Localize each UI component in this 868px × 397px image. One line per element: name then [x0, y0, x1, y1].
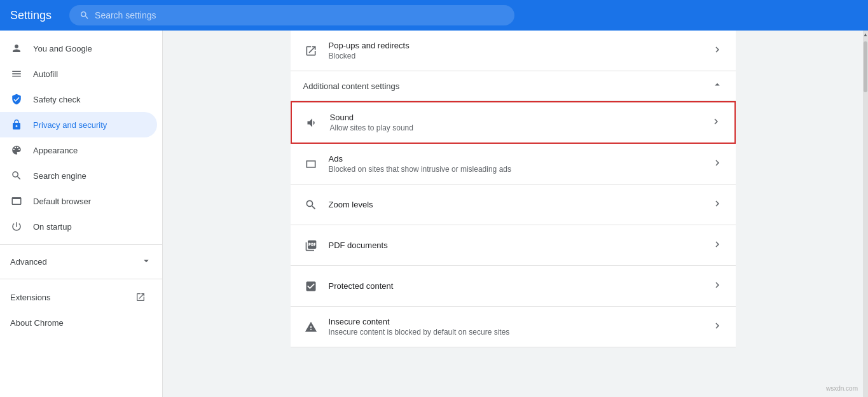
scrollbar-thumb[interactable]: [864, 41, 867, 92]
popups-chevron: [712, 44, 723, 58]
sidebar-item-appearance[interactable]: Appearance: [0, 137, 157, 163]
lock-icon: [10, 118, 23, 131]
warning-icon: [303, 319, 319, 335]
sound-title: Sound: [330, 113, 700, 122]
sidebar-item-autofill[interactable]: Autofill: [0, 61, 157, 87]
sidebar-label-appearance: Appearance: [33, 146, 78, 155]
sidebar-advanced[interactable]: Advanced: [0, 250, 162, 274]
ads-chevron: [712, 157, 723, 171]
protected-chevron: [712, 279, 723, 293]
insecure-text: Insecure content Insecure content is blo…: [329, 317, 701, 337]
protected-title: Protected content: [329, 281, 701, 291]
zoom-title: Zoom levels: [329, 200, 701, 209]
sidebar-divider-1: [0, 244, 162, 245]
shield-icon: [10, 93, 23, 106]
sidebar-divider-2: [0, 279, 162, 279]
pdf-chevron: [712, 239, 723, 253]
additional-content-settings-header[interactable]: Additional content settings: [291, 71, 736, 101]
row-zoom-levels[interactable]: Zoom levels: [291, 185, 736, 225]
zoom-icon: [303, 197, 319, 212]
chevron-down-icon: [141, 255, 152, 268]
sidebar-item-privacy-and-security[interactable]: Privacy and security: [0, 112, 157, 137]
sidebar: You and Google Autofill Safety check: [0, 31, 163, 397]
pdf-icon: [303, 238, 319, 253]
sidebar-item-safety-check[interactable]: Safety check: [0, 87, 157, 112]
sidebar-label-search-engine: Search engine: [33, 171, 86, 181]
power-icon: [10, 220, 23, 233]
watermark: wsxdn.com: [826, 385, 858, 392]
search-icon: [79, 10, 90, 20]
sidebar-label-advanced: Advanced: [10, 257, 47, 267]
sidebar-label-privacy: Privacy and security: [33, 120, 107, 130]
app-header: Settings: [0, 0, 868, 31]
pdf-text: PDF documents: [329, 240, 701, 250]
sidebar-item-default-browser[interactable]: Default browser: [0, 188, 157, 214]
zoom-chevron: [712, 198, 723, 212]
ads-icon: [303, 157, 319, 172]
row-sound[interactable]: Sound Allow sites to play sound: [291, 101, 736, 144]
row-popups-and-redirects[interactable]: Pop-ups and redirects Blocked: [291, 31, 736, 71]
ads-title: Ads: [329, 154, 701, 164]
checkbox-icon: [303, 279, 319, 294]
main-content: Pop-ups and redirects Blocked Additional…: [163, 31, 863, 397]
sidebar-item-on-startup[interactable]: On startup: [0, 214, 157, 239]
pdf-title: PDF documents: [329, 240, 701, 250]
protected-text: Protected content: [329, 281, 701, 291]
search-engine-icon: [10, 169, 23, 182]
external-link-row-icon: [303, 43, 319, 59]
sidebar-label-on-startup: On startup: [33, 222, 72, 232]
sidebar-label-default-browser: Default browser: [33, 197, 91, 206]
sidebar-item-extensions[interactable]: Extensions: [0, 284, 157, 310]
ads-text: Ads Blocked on sites that show intrusive…: [329, 154, 701, 174]
row-protected-content[interactable]: Protected content: [291, 266, 736, 307]
sidebar-label-about-chrome: About Chrome: [10, 318, 64, 328]
collapse-icon: [712, 79, 723, 93]
autofill-icon: [10, 67, 23, 80]
person-icon: [10, 42, 23, 55]
palette-icon: [10, 144, 23, 157]
insecure-chevron: [712, 320, 723, 334]
sidebar-item-search-engine[interactable]: Search engine: [0, 163, 157, 188]
row-insecure-content[interactable]: Insecure content Insecure content is blo…: [291, 307, 736, 347]
main-inner: Pop-ups and redirects Blocked Additional…: [291, 31, 736, 347]
insecure-subtitle: Insecure content is blocked by default o…: [329, 328, 701, 337]
sound-chevron: [710, 116, 722, 130]
sidebar-label-you-and-google: You and Google: [33, 44, 92, 53]
insecure-title: Insecure content: [329, 317, 701, 326]
popups-text: Pop-ups and redirects Blocked: [329, 41, 701, 60]
sidebar-label-extensions: Extensions: [10, 293, 51, 302]
volume-icon: [305, 115, 320, 130]
row-ads[interactable]: Ads Blocked on sites that show intrusive…: [291, 144, 736, 185]
sidebar-label-safety-check: Safety check: [33, 95, 80, 104]
search-bar[interactable]: [69, 5, 514, 25]
main-layout: You and Google Autofill Safety check: [0, 31, 868, 397]
additional-content-settings-label: Additional content settings: [303, 81, 712, 91]
search-input[interactable]: [95, 10, 504, 20]
external-link-icon: [134, 291, 147, 303]
scrollbar[interactable]: ▲: [863, 31, 868, 397]
row-pdf-documents[interactable]: PDF documents: [291, 225, 736, 266]
sidebar-item-you-and-google[interactable]: You and Google: [0, 36, 157, 61]
popups-subtitle: Blocked: [329, 52, 701, 60]
sidebar-label-autofill: Autofill: [33, 69, 58, 79]
sidebar-item-about-chrome[interactable]: About Chrome: [0, 310, 157, 335]
sound-subtitle: Allow sites to play sound: [330, 123, 700, 132]
app-title: Settings: [10, 9, 52, 22]
popups-title: Pop-ups and redirects: [329, 41, 701, 50]
sound-text: Sound Allow sites to play sound: [330, 113, 700, 132]
zoom-text: Zoom levels: [329, 200, 701, 209]
browser-icon: [10, 195, 23, 207]
ads-subtitle: Blocked on sites that show intrusive or …: [329, 165, 701, 174]
